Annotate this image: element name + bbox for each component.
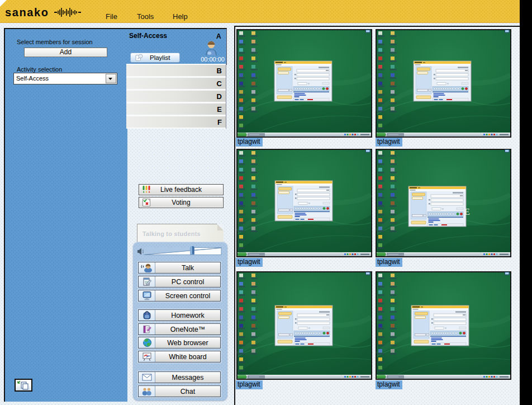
svg-text:E: E — [464, 207, 470, 216]
